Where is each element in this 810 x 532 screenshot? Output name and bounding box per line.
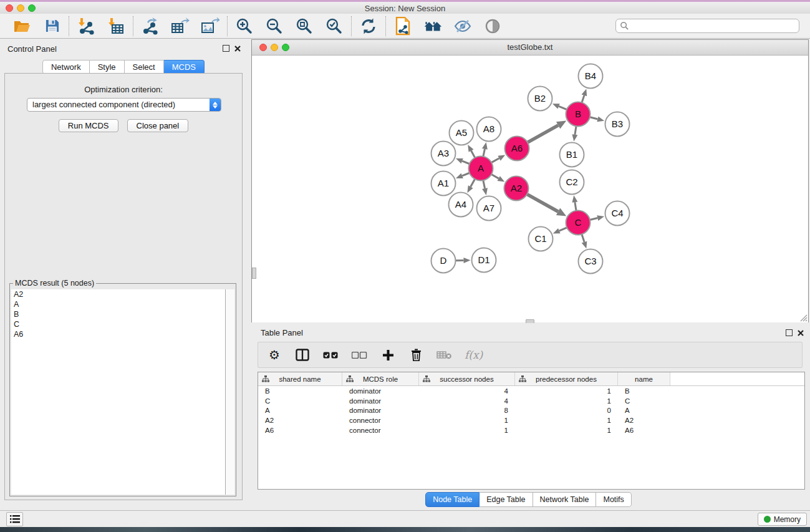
show-columns-icon[interactable]: [295, 346, 310, 364]
table-cell[interactable]: 1: [515, 387, 618, 395]
delete-table-icon[interactable]: [436, 346, 451, 364]
edge-C-C2[interactable]: [572, 195, 577, 210]
edge-A-A4[interactable]: [467, 179, 475, 193]
result-item[interactable]: C: [11, 319, 226, 329]
float-panel-icon[interactable]: [223, 45, 229, 52]
table-cell[interactable]: 1: [515, 427, 618, 434]
table-cell[interactable]: dominator: [342, 407, 419, 414]
select-all-icon[interactable]: [323, 346, 339, 364]
mcds-result-list[interactable]: A2ABCA6: [11, 289, 226, 495]
network-canvas[interactable]: B4B2BB3A8A5A6A3B1AC2A1A2A4A7C4CC1D1DC3: [252, 56, 808, 322]
tab-network-table[interactable]: Network Table: [533, 492, 597, 507]
result-item[interactable]: A6: [11, 329, 226, 339]
table-cell[interactable]: C: [258, 397, 342, 405]
edge-A-A7[interactable]: [482, 180, 488, 195]
close-table-panel-icon[interactable]: [798, 330, 804, 336]
memory-button[interactable]: Memory: [758, 513, 807, 526]
edge-C-C4[interactable]: [590, 215, 604, 221]
result-item[interactable]: A: [11, 299, 226, 309]
table-row[interactable]: Cdominator41C: [258, 396, 804, 406]
table-row[interactable]: Adominator80A: [258, 406, 804, 416]
node-A3[interactable]: A3: [432, 142, 456, 166]
refresh-icon[interactable]: [359, 16, 378, 36]
float-table-panel-icon[interactable]: [786, 329, 793, 336]
table-cell[interactable]: B: [258, 387, 342, 395]
table-cell[interactable]: B: [618, 387, 670, 395]
search-box[interactable]: [615, 19, 799, 33]
column-header-shared-name[interactable]: shared name: [258, 372, 342, 385]
zoom-out-icon[interactable]: [265, 16, 284, 36]
edge-A6-B[interactable]: [528, 121, 566, 143]
network-from-file-icon[interactable]: [393, 16, 412, 36]
save-session-icon[interactable]: [42, 16, 61, 36]
zoom-selected-icon[interactable]: [325, 16, 344, 36]
table-cell[interactable]: A: [258, 407, 342, 414]
table-cell[interactable]: A6: [258, 427, 342, 434]
tab-network[interactable]: Network: [42, 60, 90, 74]
node-B[interactable]: B: [566, 102, 591, 127]
edge-B-B2[interactable]: [552, 104, 567, 109]
edge-B-B3[interactable]: [590, 117, 604, 122]
node-A5[interactable]: A5: [450, 121, 474, 145]
table-cell[interactable]: connector: [342, 417, 419, 424]
node-A4[interactable]: A4: [449, 193, 473, 217]
node-D[interactable]: D: [432, 249, 456, 273]
column-header-MCDS-role[interactable]: MCDS role: [342, 372, 419, 385]
table-row[interactable]: A6connector11A6: [258, 425, 804, 435]
edge-A-A3[interactable]: [456, 158, 470, 164]
open-session-icon[interactable]: [12, 16, 31, 36]
export-table-icon[interactable]: [171, 16, 190, 36]
table-cell[interactable]: dominator: [342, 387, 419, 395]
function-builder-icon[interactable]: f(x): [465, 346, 483, 364]
export-network-icon[interactable]: [141, 16, 160, 36]
edge-A-A6[interactable]: [491, 155, 505, 162]
close-panel-button[interactable]: Close panel: [127, 119, 189, 132]
table-cell[interactable]: 1: [419, 427, 515, 434]
network-graph[interactable]: B4B2BB3A8A5A6A3B1AC2A1A2A4A7C4CC1D1DC3: [252, 56, 808, 322]
table-cell[interactable]: A: [618, 407, 670, 414]
table-cell[interactable]: A6: [618, 427, 670, 434]
table-settings-icon[interactable]: ⚙: [267, 346, 282, 364]
edge-B-B1[interactable]: [572, 126, 577, 141]
zoom-fit-icon[interactable]: [295, 16, 314, 36]
table-row[interactable]: A2connector11A2: [258, 415, 804, 425]
edge-C-C3[interactable]: [582, 235, 587, 249]
column-header-predecessor-nodes[interactable]: predecessor nodes: [515, 372, 618, 385]
result-scrollbar[interactable]: [225, 289, 234, 495]
table-cell[interactable]: connector: [342, 427, 419, 434]
column-header-name[interactable]: name: [618, 372, 670, 385]
network-window-titlebar[interactable]: testGlobe.txt: [252, 40, 808, 56]
edge-A-A5[interactable]: [468, 145, 475, 158]
node-C[interactable]: C: [566, 211, 591, 235]
table-cell[interactable]: 8: [419, 407, 515, 414]
node-C4[interactable]: C4: [605, 201, 630, 226]
hide-graphics-details-icon[interactable]: [453, 16, 472, 36]
tab-motifs[interactable]: Motifs: [596, 492, 631, 507]
edge-C-C1[interactable]: [553, 228, 567, 234]
close-panel-icon[interactable]: [234, 46, 241, 52]
tab-node-table[interactable]: Node Table: [425, 492, 480, 507]
criterion-dropdown[interactable]: largest connected component (directed): [27, 98, 221, 112]
edge-A-A8[interactable]: [482, 142, 488, 157]
node-A8[interactable]: A8: [477, 117, 501, 142]
node-C3[interactable]: C3: [579, 249, 603, 274]
tab-style[interactable]: Style: [90, 60, 125, 74]
edge-A-A2[interactable]: [491, 175, 504, 182]
table-cell[interactable]: 1: [515, 417, 618, 424]
search-input[interactable]: [632, 21, 799, 31]
edge-A2-C[interactable]: [527, 194, 566, 216]
show-graphics-details-icon[interactable]: [483, 16, 502, 36]
node-A[interactable]: A: [469, 157, 493, 181]
edge-A-A1[interactable]: [456, 173, 470, 178]
table-cell[interactable]: C: [618, 397, 670, 405]
node-A7[interactable]: A7: [477, 196, 501, 221]
deselect-all-icon[interactable]: [352, 346, 367, 364]
node-table[interactable]: shared nameMCDS rolesuccessor nodesprede…: [258, 372, 805, 490]
home-icon[interactable]: [423, 16, 442, 36]
export-image-icon[interactable]: [201, 16, 219, 36]
task-history-button[interactable]: [6, 512, 23, 526]
column-header-successor-nodes[interactable]: successor nodes: [419, 372, 515, 385]
import-table-icon[interactable]: [107, 16, 125, 36]
table-cell[interactable]: dominator: [342, 397, 419, 405]
zoom-in-icon[interactable]: [235, 16, 254, 36]
